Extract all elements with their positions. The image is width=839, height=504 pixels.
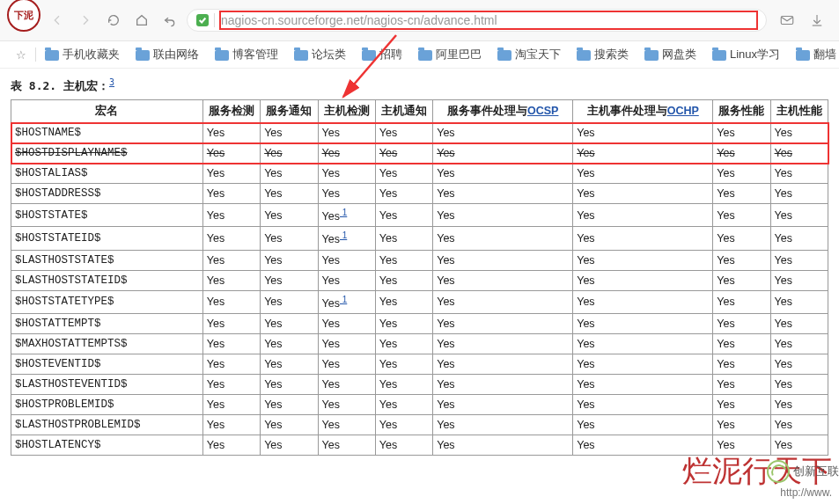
value-cell: Yes [433,435,573,455]
value-cell: Yes [318,394,375,414]
bookmark-folder[interactable]: 论坛类 [294,47,346,62]
folder-icon [294,50,308,61]
value-cell: Yes [573,143,713,164]
bookmark-label: 淘宝天下 [515,47,561,62]
value-cell: Yes [375,354,432,374]
value-cell: Yes [573,333,713,354]
value-cell: Yes [713,354,770,374]
url-text[interactable]: nagios-cn.sourceforge.net/nagios-cn/adva… [220,11,757,29]
bookmark-label: 博客管理 [232,47,278,62]
value-cell: Yes [375,164,432,184]
bookmark-label: 联由网络 [153,47,199,62]
url-bar[interactable]: nagios-cn.sourceforge.net/nagios-cn/adva… [187,9,767,32]
bookmark-folder[interactable]: 手机收藏夹 [45,47,120,62]
macro-name-cell: $HOSTADDRESS$ [11,184,203,204]
bookmark-folder[interactable]: Linux学习 [712,47,780,62]
value-cell: Yes [433,204,573,227]
bookmark-folder[interactable]: 网盘类 [644,47,696,62]
undo-button[interactable] [158,9,181,32]
macro-name-cell: $HOSTDISPLAYNAME$ [11,143,203,164]
macro-name-cell: $HOSTALIAS$ [11,164,203,184]
table-row: $HOSTATTEMPT$YesYesYesYesYesYesYesYes [11,313,828,333]
table-row: $HOSTPROBLEMID$YesYesYesYesYesYesYesYes [11,394,828,414]
bookmark-folder[interactable]: 博客管理 [215,47,278,62]
value-cell: Yes [713,184,770,204]
bookmark-folder[interactable]: 招聘 [362,47,402,62]
value-cell: Yes [770,143,828,164]
value-cell: Yes [713,250,770,270]
value-cell: Yes [375,184,432,204]
value-cell: Yes [375,123,432,143]
ochp-link[interactable]: OCHP [667,105,699,117]
bookmarks-bar: ☆ 手机收藏夹联由网络博客管理论坛类招聘阿里巴巴淘宝天下搜索类网盘类Linux学… [0,41,839,69]
value-cell: Yes [375,374,432,394]
footnote-link[interactable]: 1 [340,230,347,240]
value-cell: Yes [202,435,260,455]
value-cell: Yes [573,204,713,227]
value-cell: Yes [713,143,770,164]
th-svc-check: 服务检测 [202,100,260,123]
caption-footnote-link[interactable]: 3 [109,77,114,87]
value-cell: Yes [261,435,318,455]
folder-icon [418,50,432,61]
folder-icon [712,50,726,61]
page-content: 表 8.2. 主机宏：3 宏名 服务检测 服务通知 主机检测 主机通知 服务事件… [0,69,839,464]
macro-name-cell: $LASTHOSTSTATEID$ [11,270,203,290]
value-cell: Yes [770,435,828,455]
bookmarks-star-icon[interactable]: ☆ [16,48,26,62]
value-cell: Yes [261,123,318,143]
value-cell: Yes [202,290,260,313]
macro-name-cell: $HOSTEVENTID$ [11,354,203,374]
value-cell: Yes [573,184,713,204]
value-cell: Yes [433,313,573,333]
value-cell: Yes [318,123,375,143]
value-cell: Yes [202,333,260,354]
table-row: $HOSTSTATEID$YesYesYes 1YesYesYesYesYes [11,227,828,250]
value-cell: Yes [770,290,828,313]
value-cell: Yes [573,374,713,394]
mail-icon[interactable] [776,9,799,32]
bookmark-label: 搜索类 [594,47,629,62]
bookmark-folder[interactable]: 联由网络 [136,47,199,62]
download-icon[interactable] [806,9,828,32]
value-cell: Yes [375,250,432,270]
value-cell: Yes 1 [318,227,375,250]
value-cell: Yes [261,414,318,435]
value-cell: Yes [202,123,260,143]
value-cell: Yes [318,333,375,354]
bookmark-folder[interactable]: 阿里巴巴 [418,47,482,62]
back-button[interactable] [46,9,69,32]
value-cell: Yes [770,250,828,270]
bookmark-folder[interactable]: 淘宝天下 [497,47,561,62]
forward-button[interactable] [74,9,97,32]
footnote-link[interactable]: 1 [340,295,347,304]
value-cell: Yes [318,270,375,290]
value-cell: Yes [433,143,573,164]
footnote-link[interactable]: 1 [340,208,347,217]
th-svc-notify: 服务通知 [261,100,318,123]
value-cell: Yes [433,270,573,290]
th-host-check: 主机检测 [318,100,375,123]
value-cell: Yes [261,204,318,227]
value-cell: Yes [573,313,713,333]
folder-icon [796,50,810,61]
th-host-perf: 主机性能 [770,100,828,123]
th-host-event: 主机事件处理与OCHP [573,100,713,123]
folder-icon [362,50,376,61]
table-row: $HOSTSTATETYPE$YesYesYes 1YesYesYesYesYe… [11,290,828,313]
value-cell: Yes [261,394,318,414]
table-row: $MAXHOSTATTEMPTS$YesYesYesYesYesYesYesYe… [11,333,828,354]
home-button[interactable] [130,9,153,32]
reload-button[interactable] [102,9,125,32]
th-host-notify: 主机通知 [375,100,432,123]
ocsp-link[interactable]: OCSP [527,105,558,117]
value-cell: Yes [261,227,318,250]
value-cell: Yes [713,394,770,414]
table-row: $LASTHOSTEVENTID$YesYesYesYesYesYesYesYe… [11,374,828,394]
value-cell: Yes [375,414,432,435]
value-cell: Yes [318,374,375,394]
bookmark-folder[interactable]: 搜索类 [577,47,629,62]
value-cell: Yes [375,394,432,414]
bookmark-folder[interactable]: 翻墙 [796,47,836,62]
table-row: $HOSTADDRESS$YesYesYesYesYesYesYesYes [11,184,828,204]
